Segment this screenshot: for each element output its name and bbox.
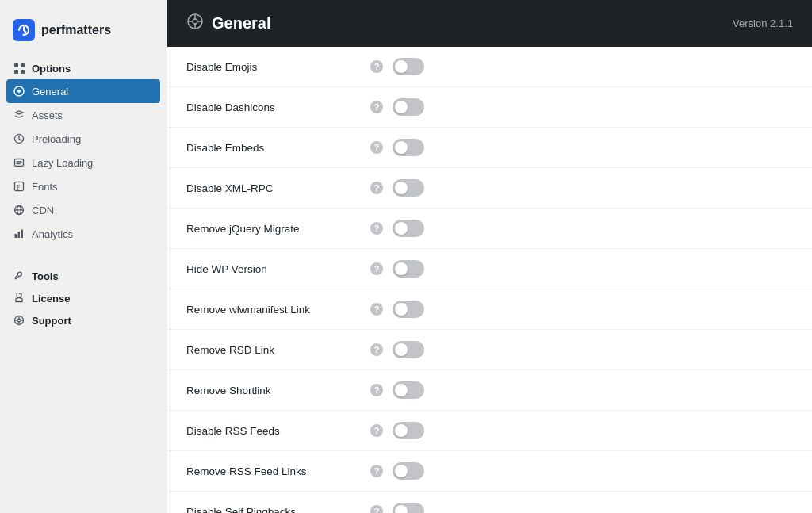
settings-row: Remove RSD Link? [167, 330, 812, 370]
preloading-label: Preloading [32, 133, 81, 145]
setting-label-remove-shortlink: Remove Shortlink [186, 385, 361, 396]
toggle-disable-xmlrpc[interactable] [393, 179, 424, 197]
main-panel: General Version 2.1.1 Disable Emojis?Dis… [167, 0, 812, 513]
lazy-loading-label: Lazy Loading [32, 157, 93, 169]
settings-row: Remove RSS Feed Links? [167, 451, 812, 492]
svg-rect-3 [21, 63, 25, 67]
sidebar-options-label[interactable]: Options [0, 57, 167, 79]
toggle-disable-emojis[interactable] [393, 58, 424, 75]
page-title: General [212, 14, 270, 33]
toggle-remove-rsd-link[interactable] [393, 341, 424, 358]
settings-content: Disable Emojis?Disable Dashicons?Disable… [167, 47, 812, 513]
settings-row: Disable Dashicons? [167, 87, 812, 128]
setting-label-remove-rsd-link: Remove RSD Link [186, 344, 361, 356]
sidebar-tools-section: Tools License [0, 258, 167, 331]
setting-label-disable-dashicons: Disable Dashicons [186, 101, 361, 113]
options-icon [13, 62, 25, 75]
help-icon-remove-shortlink[interactable]: ? [370, 384, 383, 396]
help-icon-remove-rss-feed-links[interactable]: ? [370, 465, 383, 477]
license-label-text: License [32, 293, 70, 304]
sidebar-logo: perfmatters [0, 13, 167, 57]
toggle-disable-self-pingbacks[interactable] [393, 503, 424, 513]
lazy-loading-icon [13, 156, 25, 169]
support-label-text: Support [32, 315, 71, 327]
toggle-disable-rss-feeds[interactable] [393, 422, 424, 439]
toggle-remove-jquery-migrate[interactable] [393, 220, 424, 237]
toggle-thumb-disable-xmlrpc [395, 182, 408, 194]
svg-rect-18 [18, 232, 21, 238]
support-icon [13, 314, 25, 327]
sidebar: perfmatters Options General [0, 0, 167, 513]
toggle-thumb-disable-self-pingbacks [395, 505, 408, 513]
svg-rect-4 [14, 70, 18, 74]
toggle-track-remove-rss-feed-links [393, 462, 424, 480]
help-icon-remove-jquery-migrate[interactable]: ? [370, 222, 383, 235]
toggle-thumb-disable-rss-feeds [395, 424, 408, 437]
version-label: Version 2.1.1 [733, 17, 793, 29]
help-icon-disable-xmlrpc[interactable]: ? [370, 182, 383, 194]
toggle-remove-wlwmanifest-link[interactable] [393, 301, 424, 318]
assets-icon [13, 109, 25, 121]
settings-row: Hide WP Version? [167, 249, 812, 289]
help-icon-disable-embeds[interactable]: ? [370, 141, 383, 154]
toggle-remove-shortlink[interactable] [393, 381, 424, 399]
sidebar-item-general[interactable]: General [6, 79, 160, 103]
toggle-disable-dashicons[interactable] [393, 98, 424, 116]
sidebar-item-preloading[interactable]: Preloading [0, 127, 167, 151]
toggle-thumb-hide-wp-version [395, 262, 408, 275]
sidebar-tools-label[interactable]: Tools [0, 265, 167, 287]
sidebar-item-assets[interactable]: Assets [0, 103, 167, 127]
toggle-track-hide-wp-version [393, 260, 424, 278]
sidebar-item-analytics[interactable]: Analytics [0, 222, 167, 246]
help-icon-disable-rss-feeds[interactable]: ? [370, 424, 383, 437]
svg-point-27 [193, 19, 197, 24]
toggle-thumb-remove-jquery-migrate [395, 222, 408, 235]
setting-label-remove-rss-feed-links: Remove RSS Feed Links [186, 465, 361, 477]
sidebar-license-label[interactable]: License [0, 287, 167, 309]
fonts-icon: F [13, 180, 25, 193]
setting-label-remove-wlwmanifest-link: Remove wlwmanifest Link [186, 304, 361, 316]
toggle-disable-embeds[interactable] [393, 139, 424, 156]
toggle-remove-rss-feed-links[interactable] [393, 462, 424, 480]
toggle-track-remove-jquery-migrate [393, 220, 424, 237]
toggle-hide-wp-version[interactable] [393, 260, 424, 278]
toggle-track-remove-rsd-link [393, 341, 424, 358]
logo-icon [13, 19, 35, 41]
setting-label-disable-rss-feeds: Disable RSS Feeds [186, 425, 361, 437]
help-icon-hide-wp-version[interactable]: ? [370, 262, 383, 275]
svg-rect-17 [15, 234, 17, 238]
main-header: General Version 2.1.1 [167, 0, 812, 47]
help-icon-disable-emojis[interactable]: ? [370, 60, 383, 73]
general-icon [13, 85, 25, 98]
sidebar-support-label[interactable]: Support [0, 309, 167, 331]
toggle-thumb-disable-embeds [395, 141, 408, 154]
assets-label: Assets [32, 109, 63, 121]
svg-point-7 [17, 90, 21, 93]
sidebar-item-fonts[interactable]: F Fonts [0, 174, 167, 198]
toggle-track-disable-self-pingbacks [393, 503, 424, 513]
toggle-track-disable-dashicons [393, 98, 424, 116]
sidebar-item-cdn[interactable]: CDN [0, 198, 167, 222]
toggle-track-disable-emojis [393, 58, 424, 75]
help-icon-disable-self-pingbacks[interactable]: ? [370, 505, 383, 513]
help-icon-disable-dashicons[interactable]: ? [370, 101, 383, 113]
toggle-track-disable-rss-feeds [393, 422, 424, 439]
setting-label-disable-emojis: Disable Emojis [186, 61, 361, 73]
general-label: General [32, 86, 68, 98]
preloading-icon [13, 132, 25, 145]
cdn-icon [13, 204, 25, 216]
settings-row: Remove jQuery Migrate? [167, 209, 812, 249]
header-title: General [186, 13, 270, 34]
sidebar-item-lazy-loading[interactable]: Lazy Loading [0, 151, 167, 174]
toggle-thumb-remove-wlwmanifest-link [395, 303, 408, 316]
cdn-label: CDN [32, 205, 54, 216]
setting-label-disable-embeds: Disable Embeds [186, 142, 361, 154]
help-icon-remove-wlwmanifest-link[interactable]: ? [370, 303, 383, 316]
analytics-icon [13, 228, 25, 240]
toggle-thumb-remove-rsd-link [395, 343, 408, 356]
settings-row: Disable Emojis? [167, 47, 812, 87]
svg-rect-19 [21, 230, 24, 239]
toggle-thumb-disable-emojis [395, 60, 408, 73]
help-icon-remove-rsd-link[interactable]: ? [370, 343, 383, 356]
svg-rect-2 [14, 63, 18, 67]
